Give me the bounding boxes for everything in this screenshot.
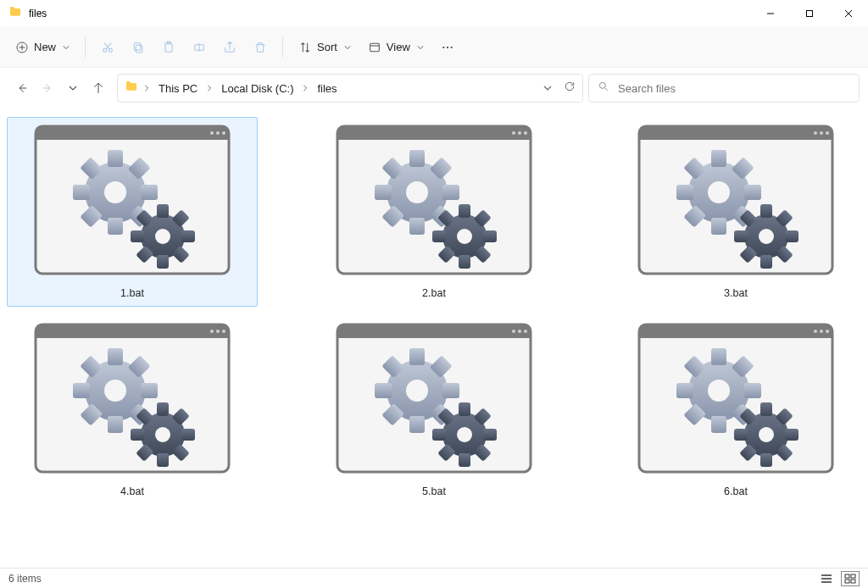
file-item[interactable]: 4.bat	[7, 315, 258, 505]
svg-rect-172	[845, 580, 849, 583]
file-label: 3.bat	[724, 287, 748, 299]
svg-rect-76	[744, 185, 761, 200]
svg-rect-47	[409, 150, 425, 167]
svg-rect-161	[760, 402, 772, 416]
svg-rect-111	[131, 429, 144, 441]
new-button[interactable]: New	[8, 32, 76, 63]
toolbar-sep	[282, 37, 283, 58]
cut-button[interactable]	[94, 32, 121, 63]
window-controls	[751, 0, 868, 27]
svg-rect-101	[73, 383, 90, 398]
status-bar: 6 items	[0, 568, 868, 588]
window-title: files	[29, 8, 47, 19]
svg-point-97	[222, 330, 225, 333]
svg-rect-146	[639, 331, 832, 338]
svg-rect-57	[459, 204, 470, 218]
recent-button[interactable]	[64, 75, 81, 102]
view-button[interactable]: View	[361, 32, 431, 63]
svg-rect-171	[851, 574, 855, 578]
svg-point-159	[708, 380, 730, 402]
share-button[interactable]	[216, 32, 243, 63]
svg-rect-135	[459, 402, 470, 416]
icons-view-toggle[interactable]	[841, 571, 860, 586]
svg-rect-4	[136, 45, 142, 53]
svg-point-29	[104, 181, 126, 203]
file-item[interactable]: 6.bat	[610, 315, 861, 505]
svg-rect-151	[711, 348, 726, 365]
svg-rect-59	[432, 230, 446, 242]
svg-rect-0	[807, 11, 813, 17]
svg-point-13	[599, 82, 605, 88]
sort-button[interactable]: Sort	[292, 32, 358, 63]
svg-rect-120	[337, 331, 531, 338]
nav-bar: This PC Local Disk (C:) files	[0, 68, 868, 108]
address-bar[interactable]: This PC Local Disk (C:) files	[117, 74, 583, 103]
svg-rect-49	[375, 185, 392, 200]
svg-point-91	[759, 229, 774, 244]
search-icon	[598, 80, 609, 96]
svg-point-44	[518, 131, 521, 135]
file-item[interactable]: 5.bat	[309, 315, 559, 505]
svg-point-45	[524, 131, 527, 135]
search-bar[interactable]	[588, 74, 860, 103]
delete-button[interactable]	[247, 32, 274, 63]
toolbar: New Sort View	[0, 27, 868, 68]
svg-point-96	[216, 330, 220, 333]
svg-rect-125	[409, 348, 425, 365]
svg-rect-85	[734, 230, 748, 242]
svg-rect-33	[131, 230, 144, 242]
more-button[interactable]	[434, 32, 461, 63]
file-label: 2.bat	[422, 287, 446, 299]
minimize-button[interactable]	[751, 0, 790, 27]
svg-point-17	[210, 131, 214, 135]
svg-rect-152	[711, 416, 726, 433]
chevron-right-icon[interactable]	[142, 84, 152, 93]
title-bar: files	[0, 0, 868, 27]
file-item[interactable]: 1.bat	[7, 117, 258, 307]
sort-label: Sort	[317, 41, 337, 53]
nav-arrows	[8, 75, 112, 102]
close-button[interactable]	[829, 0, 868, 27]
svg-rect-153	[676, 383, 693, 398]
svg-rect-102	[141, 383, 158, 398]
forward-button[interactable]	[39, 75, 56, 102]
breadcrumb-local-disk[interactable]: Local Disk (C:)	[218, 79, 297, 98]
svg-point-71	[826, 131, 829, 135]
svg-rect-84	[760, 255, 772, 269]
chevron-right-icon[interactable]	[204, 84, 214, 93]
copy-button[interactable]	[125, 32, 152, 63]
file-item[interactable]: 3.bat	[610, 117, 861, 307]
chevron-right-icon[interactable]	[300, 84, 310, 93]
chevron-down-icon	[63, 44, 70, 51]
svg-rect-21	[108, 150, 123, 167]
svg-rect-136	[459, 453, 470, 467]
svg-point-18	[216, 131, 220, 135]
svg-rect-128	[442, 383, 459, 398]
svg-point-143	[457, 427, 472, 442]
svg-rect-137	[432, 429, 446, 441]
back-button[interactable]	[14, 75, 31, 102]
dropdown-icon[interactable]	[543, 80, 552, 96]
up-button[interactable]	[90, 75, 107, 102]
maximize-button[interactable]	[790, 0, 829, 27]
svg-rect-112	[181, 429, 195, 441]
svg-rect-94	[36, 331, 229, 338]
batch-file-icon	[336, 125, 532, 279]
svg-rect-50	[442, 185, 459, 200]
breadcrumb-this-pc[interactable]: This PC	[155, 79, 201, 98]
svg-rect-173	[851, 580, 855, 583]
details-view-toggle[interactable]	[817, 571, 836, 586]
file-label: 6.bat	[724, 485, 748, 497]
svg-point-19	[222, 131, 225, 135]
breadcrumb-files[interactable]: files	[314, 79, 340, 98]
rename-button[interactable]	[186, 32, 213, 63]
refresh-button[interactable]	[564, 80, 576, 96]
new-label: New	[34, 41, 56, 53]
svg-rect-75	[676, 185, 693, 200]
search-input[interactable]	[618, 82, 850, 95]
svg-point-149	[826, 330, 829, 333]
content-area[interactable]: 1.bat	[0, 108, 868, 568]
paste-button[interactable]	[155, 32, 182, 63]
view-label: View	[387, 41, 410, 53]
file-item[interactable]: 2.bat	[309, 117, 559, 307]
